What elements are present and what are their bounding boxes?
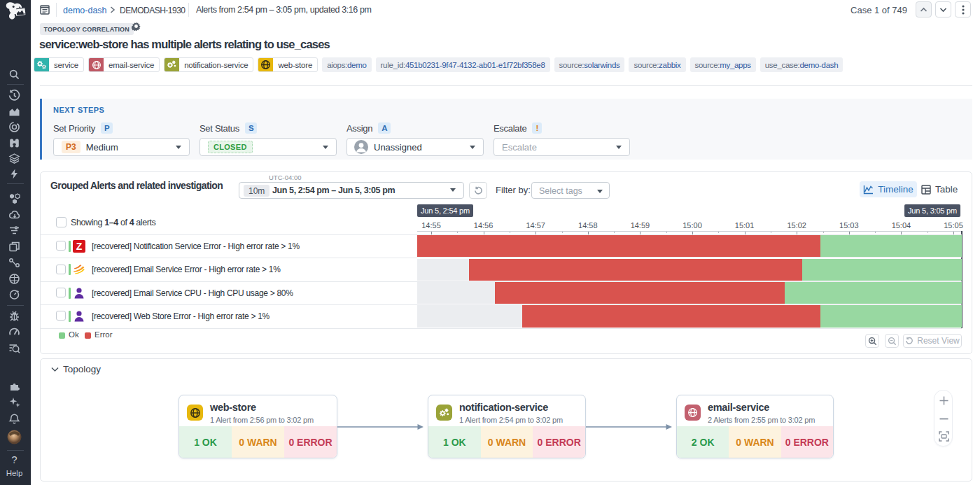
svg-text:Z: Z	[76, 241, 83, 252]
